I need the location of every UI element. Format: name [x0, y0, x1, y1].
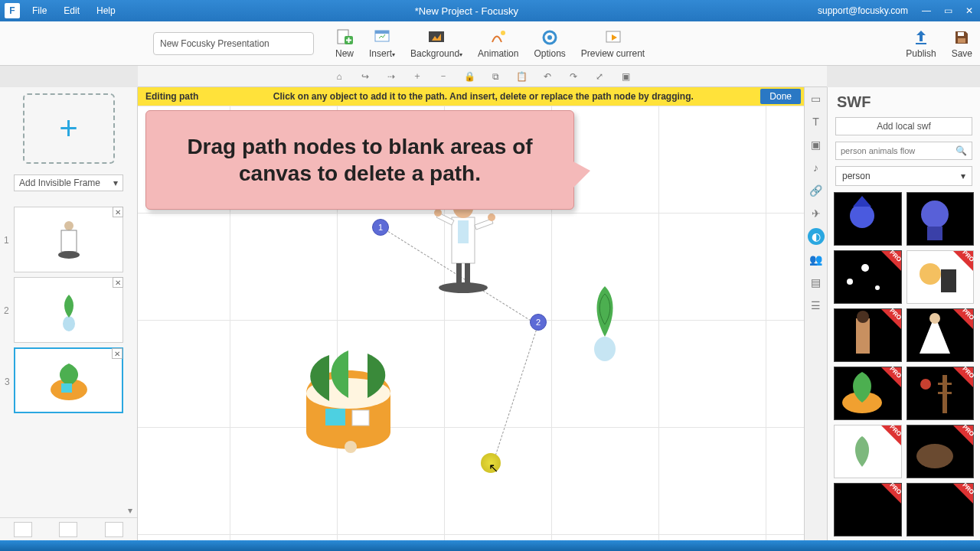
slide-thumb-2[interactable]: 2 ✕ — [14, 277, 123, 343]
zoom-in-icon[interactable]: ＋ — [404, 67, 430, 86]
svg-rect-25 — [465, 263, 470, 283]
canvas[interactable]: Editing path Click on any object to add … — [138, 87, 804, 540]
add-frame-button[interactable]: + — [23, 93, 115, 164]
text-tool-icon[interactable]: T — [808, 113, 825, 130]
slide-thumb-1[interactable]: 1 ✕ — [14, 207, 123, 272]
fullscreen-icon[interactable]: ▣ — [612, 67, 639, 86]
swf-asset[interactable] — [834, 308, 902, 362]
slide-index: 2 — [4, 305, 9, 316]
animation-button[interactable]: Animation — [470, 23, 526, 64]
new-button[interactable]: New — [328, 23, 361, 64]
svg-point-41 — [929, 313, 940, 324]
background-icon — [427, 28, 446, 47]
menu-file[interactable]: File — [24, 2, 54, 19]
close-button[interactable]: ✕ — [959, 3, 980, 18]
swf-asset[interactable] — [906, 483, 975, 536]
swf-category-dropdown[interactable]: person▾ — [835, 166, 972, 186]
svg-point-30 — [345, 441, 357, 453]
publish-icon — [912, 28, 930, 47]
slide-close-icon[interactable]: ✕ — [112, 348, 122, 359]
tool-duplicate-icon[interactable] — [59, 522, 77, 537]
home-icon[interactable]: ⌂ — [326, 67, 352, 86]
video-tool-icon[interactable]: ▣ — [808, 136, 825, 153]
page-tool-icon[interactable]: ▤ — [808, 274, 825, 291]
svg-rect-33 — [927, 227, 942, 240]
canvas-object-plant[interactable] — [582, 279, 628, 363]
search-icon[interactable]: 🔍 — [956, 145, 967, 156]
swf-asset[interactable] — [834, 250, 902, 304]
paste-icon[interactable]: 📋 — [508, 67, 534, 86]
swf-asset[interactable] — [834, 367, 902, 420]
share-icon[interactable]: ↪ — [352, 67, 378, 86]
minimize-button[interactable]: — — [916, 3, 937, 18]
copy-icon[interactable]: ⧉ — [482, 67, 508, 86]
taskbar — [0, 540, 980, 551]
svg-point-22 — [488, 214, 495, 221]
options-button[interactable]: Options — [526, 23, 573, 64]
link-tool-icon[interactable]: 🔗 — [808, 182, 825, 199]
svg-point-7 — [547, 35, 552, 40]
save-button[interactable]: Save — [944, 23, 980, 64]
animation-icon — [489, 28, 508, 47]
swf-asset[interactable] — [906, 192, 975, 246]
swf-asset[interactable] — [834, 192, 902, 246]
svg-point-37 — [920, 263, 941, 285]
maximize-button[interactable]: ▭ — [937, 3, 959, 18]
preview-button[interactable]: Preview current — [573, 23, 652, 64]
window-title: *New Project - Focusky — [123, 5, 810, 17]
insert-button[interactable]: Insert▾ — [361, 23, 403, 64]
presentation-title-input[interactable]: New Focusky Presentation — [153, 32, 314, 55]
swf-panel: SWF Add local swf 🔍 person▾ — [827, 87, 980, 540]
swf-asset[interactable] — [834, 425, 902, 478]
tool-arrange-icon[interactable] — [105, 522, 123, 537]
slide-index: 3 — [5, 377, 10, 387]
publish-button[interactable]: Publish — [898, 23, 943, 64]
fit-icon[interactable]: ⤢ — [586, 67, 612, 86]
svg-point-40 — [857, 311, 869, 323]
redo-icon[interactable]: ↷ — [560, 67, 586, 86]
insert-icon — [373, 28, 391, 47]
canvas-object-basket[interactable] — [283, 347, 413, 462]
music-tool-icon[interactable]: ♪ — [808, 159, 825, 176]
swf-asset[interactable] — [906, 425, 975, 478]
svg-rect-20 — [458, 220, 469, 243]
zoom-out-icon[interactable]: － — [430, 67, 456, 86]
swf-search[interactable]: 🔍 — [835, 142, 972, 160]
path-icon[interactable]: ⇢ — [378, 67, 404, 86]
thumb-graphic — [42, 357, 96, 403]
editing-path-label: Editing path — [138, 91, 206, 102]
tool-edit-icon[interactable] — [14, 522, 32, 537]
path-node-drag[interactable]: ↖ — [481, 453, 501, 473]
swf-asset[interactable] — [906, 367, 975, 420]
chevron-down-icon: ▾ — [113, 178, 118, 188]
svg-rect-28 — [325, 409, 345, 425]
swf-asset[interactable] — [834, 483, 902, 536]
lock-icon[interactable]: 🔒 — [456, 67, 482, 86]
add-invisible-frame-dropdown[interactable]: Add Invisible Frame▾ — [14, 174, 123, 191]
path-node-1[interactable]: 1 — [372, 219, 389, 236]
svg-point-35 — [861, 264, 869, 272]
scroll-down-icon[interactable]: ▾ — [0, 504, 137, 517]
swf-asset[interactable] — [906, 308, 975, 362]
shape-tool-icon[interactable]: ▭ — [808, 90, 825, 107]
background-button[interactable]: Background▾ — [403, 23, 470, 64]
slide-close-icon[interactable]: ✕ — [113, 277, 123, 288]
slides-tools — [0, 517, 137, 540]
layout-tool-icon[interactable]: ☰ — [808, 297, 825, 314]
slide-thumb-3[interactable]: 3 ✕ — [14, 347, 123, 413]
menu-help[interactable]: Help — [89, 2, 123, 19]
path-node-2[interactable]: 2 — [530, 314, 547, 331]
account-email[interactable]: support@focusky.com — [810, 5, 916, 16]
done-button[interactable]: Done — [760, 89, 801, 104]
plane-tool-icon[interactable]: ✈ — [808, 205, 825, 222]
preview-icon — [604, 28, 622, 47]
menu-edit[interactable]: Edit — [56, 2, 87, 19]
swf-tool-icon[interactable]: ◐ — [808, 228, 825, 245]
swf-asset[interactable] — [906, 250, 975, 304]
undo-icon[interactable]: ↶ — [534, 67, 560, 86]
swf-search-input[interactable] — [841, 146, 956, 155]
people-tool-icon[interactable]: 👥 — [808, 251, 825, 268]
svg-rect-38 — [941, 269, 956, 292]
slide-close-icon[interactable]: ✕ — [113, 207, 123, 217]
add-local-swf-button[interactable]: Add local swf — [835, 117, 972, 135]
